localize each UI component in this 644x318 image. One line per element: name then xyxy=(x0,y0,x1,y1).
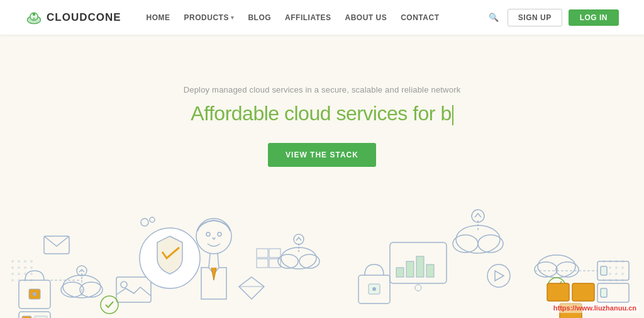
svg-point-99 xyxy=(101,296,118,314)
svg-point-6 xyxy=(30,260,33,263)
hero-illustration xyxy=(0,179,644,318)
svg-rect-74 xyxy=(396,268,404,277)
navbar: CLOUDCONE HOME PRODUCTS ▾ BLOG AFFILIATE… xyxy=(0,0,644,35)
svg-rect-88 xyxy=(601,288,607,297)
nav-contact[interactable]: CONTACT xyxy=(401,13,439,22)
svg-point-65 xyxy=(294,234,304,244)
svg-point-10 xyxy=(30,266,33,269)
svg-point-30 xyxy=(621,273,624,275)
typing-cursor xyxy=(452,105,453,125)
view-stack-button[interactable]: VIEW THE STACK xyxy=(268,143,376,167)
svg-point-51 xyxy=(206,232,210,236)
nav-home[interactable]: HOME xyxy=(147,13,170,22)
nav-blog[interactable]: BLOG xyxy=(248,13,271,22)
logo-text: CLOUDCONE xyxy=(47,11,121,24)
svg-point-5 xyxy=(24,260,26,263)
svg-point-4 xyxy=(18,260,20,263)
watermark: https://www.liuzhanuu.cn xyxy=(551,303,639,313)
svg-rect-68 xyxy=(257,259,268,268)
nav-products[interactable]: PRODUCTS ▾ xyxy=(184,13,235,22)
svg-rect-67 xyxy=(269,249,280,258)
svg-rect-66 xyxy=(257,249,268,258)
svg-point-52 xyxy=(218,232,221,236)
svg-line-54 xyxy=(218,254,219,268)
nav-links: HOME PRODUCTS ▾ BLOG AFFILIATES ABOUT US… xyxy=(147,13,489,22)
svg-rect-87 xyxy=(601,266,607,275)
svg-point-50 xyxy=(196,219,231,254)
hero-subtitle: Deploy managed cloud services in a secur… xyxy=(184,85,461,94)
svg-point-11 xyxy=(11,273,14,275)
svg-point-84 xyxy=(487,264,510,287)
signup-button[interactable]: SIGN UP xyxy=(508,9,562,26)
nav-about[interactable]: ABOUT US xyxy=(345,13,387,22)
svg-point-25 xyxy=(615,266,618,269)
svg-point-78 xyxy=(415,285,421,291)
svg-point-72 xyxy=(372,287,376,291)
svg-rect-93 xyxy=(547,283,569,301)
svg-point-12 xyxy=(18,273,20,275)
svg-line-53 xyxy=(209,254,210,268)
svg-point-8 xyxy=(18,266,20,269)
svg-rect-75 xyxy=(406,261,414,277)
svg-point-14 xyxy=(30,273,33,275)
logo[interactable]: CLOUDCONE xyxy=(25,9,121,26)
svg-line-60 xyxy=(252,277,264,287)
svg-point-7 xyxy=(11,266,14,269)
svg-rect-76 xyxy=(416,256,424,277)
svg-point-24 xyxy=(609,266,611,269)
svg-rect-94 xyxy=(572,283,594,301)
search-icon[interactable]: 🔍 xyxy=(489,13,499,22)
svg-point-29 xyxy=(615,273,618,275)
svg-point-55 xyxy=(141,219,148,226)
svg-point-2 xyxy=(33,13,35,15)
svg-point-26 xyxy=(621,266,624,269)
logo-icon xyxy=(25,9,43,26)
svg-point-15 xyxy=(11,279,14,281)
svg-line-59 xyxy=(239,277,252,287)
nav-actions: 🔍 SIGN UP LOG IN xyxy=(489,9,619,26)
svg-point-56 xyxy=(150,217,155,222)
hero-section: Deploy managed cloud services in a secur… xyxy=(0,35,644,318)
svg-point-9 xyxy=(24,266,26,269)
nav-affiliates[interactable]: AFFILIATES xyxy=(285,13,331,22)
svg-point-3 xyxy=(11,260,14,263)
svg-rect-77 xyxy=(426,264,434,277)
svg-point-28 xyxy=(609,273,611,275)
svg-point-37 xyxy=(33,292,36,296)
products-chevron-icon: ▾ xyxy=(231,14,235,21)
svg-rect-48 xyxy=(116,277,151,302)
svg-point-49 xyxy=(121,281,127,288)
hero-title: Affordable cloud services for b xyxy=(191,102,453,125)
login-button[interactable]: LOG IN xyxy=(569,9,619,26)
